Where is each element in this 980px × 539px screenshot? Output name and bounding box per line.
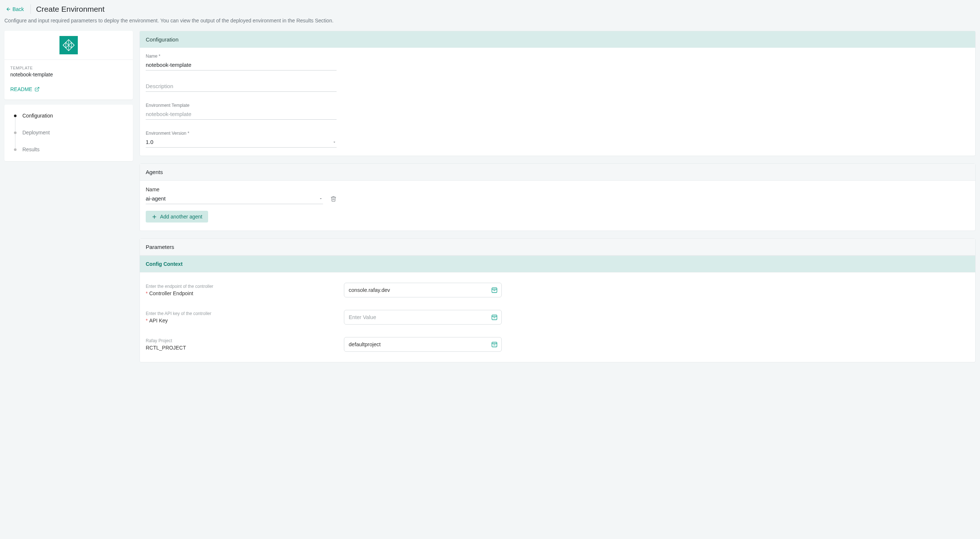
add-agent-label: Add another agent xyxy=(160,214,202,220)
chevron-down-icon xyxy=(332,140,337,144)
name-label: Name * xyxy=(146,54,337,59)
description-input[interactable] xyxy=(146,81,337,92)
configuration-section: Configuration Name * Environment Templat… xyxy=(140,31,975,156)
agent-selected-value: ai-agent xyxy=(146,195,165,202)
template-label: TEMPLATE xyxy=(10,66,127,70)
back-label: Back xyxy=(13,6,24,12)
page-subtitle: Configure and input required parameters … xyxy=(5,18,975,24)
agent-name-label: Name xyxy=(146,187,323,192)
param-row-rctl-project: Rafay Project RCTL_PROJECT xyxy=(146,337,969,352)
form-icon[interactable] xyxy=(491,341,498,348)
api-key-input[interactable] xyxy=(349,314,491,320)
page-header: Back Create Environment Configure and in… xyxy=(0,0,980,31)
plus-icon xyxy=(151,214,157,220)
param-row-controller-endpoint: Enter the endpoint of the controller *Co… xyxy=(146,283,969,297)
stepper: Configuration Deployment Results xyxy=(5,105,133,161)
page-title: Create Environment xyxy=(36,5,105,14)
svg-rect-11 xyxy=(492,342,497,347)
trash-icon xyxy=(330,196,337,202)
env-version-value: 1.0 xyxy=(146,139,153,145)
config-context-header: Config Context xyxy=(140,255,975,273)
env-version-select[interactable]: 1.0 xyxy=(146,137,337,148)
template-logo xyxy=(59,36,78,54)
back-button[interactable]: Back xyxy=(5,5,25,14)
required-star: * xyxy=(146,317,148,324)
chevron-down-icon xyxy=(318,196,323,201)
step-dot xyxy=(14,115,16,117)
configuration-header: Configuration xyxy=(140,31,975,48)
add-agent-button[interactable]: Add another agent xyxy=(146,211,208,223)
rctl-project-input[interactable] xyxy=(349,341,491,347)
step-deployment[interactable]: Deployment xyxy=(14,129,126,147)
parameters-section: Parameters Config Context Enter the endp… xyxy=(140,238,975,362)
external-link-icon xyxy=(35,87,40,92)
env-template-input xyxy=(146,109,337,120)
step-configuration[interactable]: Configuration xyxy=(14,113,126,129)
divider xyxy=(30,5,31,14)
readme-link[interactable]: README xyxy=(10,86,40,92)
delete-agent-button[interactable] xyxy=(330,196,337,204)
step-label: Results xyxy=(22,147,40,152)
agents-section: Agents Name ai-agent xyxy=(140,163,975,231)
step-label: Configuration xyxy=(22,113,53,119)
env-version-label: Environment Version * xyxy=(146,131,337,136)
agent-select[interactable]: ai-agent xyxy=(146,194,323,204)
step-dot xyxy=(14,131,16,134)
form-icon[interactable] xyxy=(491,314,498,321)
step-dot xyxy=(14,148,16,151)
parameters-header: Parameters xyxy=(140,239,975,255)
step-label: Deployment xyxy=(22,129,50,136)
agents-header: Agents xyxy=(140,164,975,181)
template-card: TEMPLATE notebook-template README xyxy=(5,31,133,99)
parameters-body: Enter the endpoint of the controller *Co… xyxy=(140,273,975,362)
required-star: * xyxy=(146,290,148,296)
param-label: *API Key xyxy=(146,317,329,324)
readme-label: README xyxy=(10,86,32,92)
env-template-label: Environment Template xyxy=(146,103,337,108)
form-icon[interactable] xyxy=(491,287,498,293)
name-input[interactable] xyxy=(146,60,337,70)
svg-rect-8 xyxy=(492,315,497,320)
param-help: Rafay Project xyxy=(146,338,329,343)
template-name: notebook-template xyxy=(10,72,127,78)
param-row-api-key: Enter the API key of the controller *API… xyxy=(146,310,969,325)
arrow-left-icon xyxy=(6,6,11,12)
param-help: Enter the endpoint of the controller xyxy=(146,284,329,289)
param-help: Enter the API key of the controller xyxy=(146,311,329,316)
param-label: RCTL_PROJECT xyxy=(146,345,329,351)
svg-rect-5 xyxy=(492,288,497,293)
controller-endpoint-input[interactable] xyxy=(349,287,491,293)
step-results[interactable]: Results xyxy=(14,147,126,152)
param-label: *Controller Endpoint xyxy=(146,290,329,296)
svg-line-2 xyxy=(37,88,39,89)
